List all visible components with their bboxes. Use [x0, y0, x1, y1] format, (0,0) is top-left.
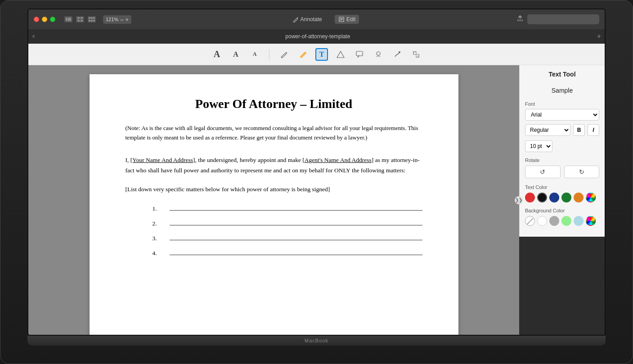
pdf-page: Power Of Attorney – Limited (Note: As is…	[90, 74, 458, 335]
tab-title: power-of-attorney-template	[39, 33, 597, 40]
maximize-button[interactable]	[50, 17, 55, 22]
panel-collapse-button[interactable]: ❯❯	[515, 196, 523, 204]
svg-point-14	[377, 52, 380, 55]
svg-rect-9	[89, 20, 90, 22]
pdf-area[interactable]: Power Of Attorney – Limited (Note: As is…	[28, 65, 519, 335]
svg-rect-11	[93, 20, 95, 22]
color-multi[interactable]	[586, 193, 596, 202]
list-item: 3.	[153, 234, 422, 244]
strip-view[interactable]	[88, 16, 96, 22]
bg-color-multi[interactable]	[586, 216, 596, 226]
size-row: 10 pt 12 pt 14 pt 18 pt 24 pt	[525, 140, 599, 152]
text-size-large-tool[interactable]: A	[211, 48, 223, 61]
sidebar-toggle[interactable]	[64, 16, 72, 22]
bg-color-gray[interactable]	[549, 216, 559, 226]
text-size-small-tool[interactable]: A	[248, 48, 261, 61]
document-body: I, [Your Name And Address], the undersig…	[126, 155, 422, 176]
bg-color-light-green[interactable]	[561, 216, 571, 226]
macbook-base: MacBook	[27, 336, 606, 346]
macbook-screen: 121% – + Annotate Edit 🔍	[27, 9, 606, 336]
document-title: Power Of Attorney – Limited	[126, 97, 422, 111]
signature-tool[interactable]	[372, 48, 385, 61]
svg-rect-3	[81, 17, 83, 19]
toolbar-right: 🔍	[516, 14, 599, 24]
color-orange[interactable]	[574, 193, 584, 202]
list-item: 1.	[153, 204, 422, 214]
sample-text: Sample	[525, 87, 599, 94]
annotate-button[interactable]: Annotate	[289, 15, 326, 24]
crop-tool[interactable]	[410, 48, 422, 61]
zoom-level: 121%	[106, 17, 118, 22]
main-content: Power Of Attorney – Limited (Note: As is…	[28, 65, 605, 335]
rotate-label: Rotate	[525, 157, 599, 163]
rotate-ccw-button[interactable]: ↺	[525, 166, 561, 178]
font-select[interactable]: Arial Helvetica Times New Roman Courier	[525, 109, 599, 121]
font-label: Font	[525, 101, 599, 107]
document-list: 1. 2. 3. 4.	[126, 204, 422, 259]
macbook-label: MacBook	[305, 338, 328, 343]
bg-color-light-blue[interactable]	[574, 216, 584, 226]
italic-button[interactable]: I	[588, 124, 599, 136]
list-item: 4.	[153, 248, 422, 259]
title-bar: 121% – + Annotate Edit 🔍	[28, 9, 605, 29]
traffic-lights	[34, 17, 55, 22]
pdf-toolbar: A A A T	[28, 44, 605, 65]
share-button[interactable]	[516, 15, 524, 24]
tab-add-button[interactable]: +	[597, 32, 601, 40]
pencil-tool[interactable]	[278, 48, 290, 61]
text-color-label: Text Color	[525, 184, 599, 190]
color-black[interactable]	[537, 193, 547, 202]
tab-bar: × power-of-attorney-template +	[28, 29, 605, 44]
rotate-cw-button[interactable]: ↻	[564, 166, 600, 178]
svg-rect-0	[66, 18, 67, 21]
svg-marker-12	[337, 51, 344, 58]
svg-point-15	[399, 51, 400, 53]
title-bar-center: Annotate Edit	[136, 15, 512, 24]
style-select[interactable]: Regular Bold Italic Bold Italic	[525, 124, 570, 136]
bg-color-label: Background Color	[525, 208, 599, 213]
text-color-row	[525, 193, 599, 202]
highlighter-tool[interactable]	[296, 48, 309, 61]
text-insert-tool[interactable]: T	[315, 48, 328, 61]
svg-rect-16	[413, 52, 416, 54]
bg-color-row	[525, 216, 599, 226]
size-select[interactable]: 10 pt 12 pt 14 pt 18 pt 24 pt	[525, 140, 552, 152]
minimize-button[interactable]	[42, 17, 47, 22]
speech-bubble-tool[interactable]	[353, 48, 366, 61]
svg-rect-6	[89, 17, 90, 19]
pen-tool[interactable]	[391, 48, 404, 61]
zoom-in-button[interactable]: +	[125, 16, 129, 23]
search-input[interactable]	[527, 14, 599, 24]
svg-rect-7	[91, 17, 93, 19]
document-list-intro: [List down very specific matters below f…	[126, 184, 422, 195]
macbook-frame: 121% – + Annotate Edit 🔍	[0, 0, 633, 364]
close-button[interactable]	[34, 17, 39, 22]
grid-view[interactable]	[76, 16, 84, 22]
bg-color-white[interactable]	[537, 216, 547, 226]
svg-rect-2	[77, 17, 80, 19]
svg-rect-4	[77, 20, 80, 22]
bg-color-none[interactable]	[525, 216, 535, 226]
list-item: 2.	[153, 219, 422, 229]
right-panel-wrapper: ❯❯ Text Tool Sample Font Arial Helvetica…	[519, 65, 605, 335]
document-note: (Note: As is the case with all legal doc…	[126, 124, 422, 143]
zoom-out-button[interactable]: –	[120, 16, 123, 23]
right-panel: Text Tool Sample Font Arial Helvetica Ti…	[519, 65, 605, 237]
svg-rect-5	[81, 20, 83, 22]
color-red[interactable]	[525, 193, 535, 202]
shapes-tool[interactable]	[334, 48, 347, 61]
svg-rect-8	[93, 17, 95, 19]
color-dark-blue[interactable]	[549, 193, 559, 202]
tab-close-button[interactable]: ×	[32, 33, 35, 40]
svg-rect-1	[68, 18, 71, 21]
color-green[interactable]	[561, 193, 571, 202]
window-controls	[64, 16, 96, 22]
rotate-row: ↺ ↻	[525, 166, 599, 178]
svg-rect-17	[416, 54, 419, 57]
svg-rect-10	[91, 20, 93, 22]
text-size-med-tool[interactable]: A	[229, 48, 242, 61]
svg-rect-13	[356, 51, 363, 56]
bold-button[interactable]: B	[573, 124, 585, 136]
zoom-controls: 121% – +	[103, 15, 131, 24]
edit-button[interactable]: Edit	[335, 15, 359, 24]
